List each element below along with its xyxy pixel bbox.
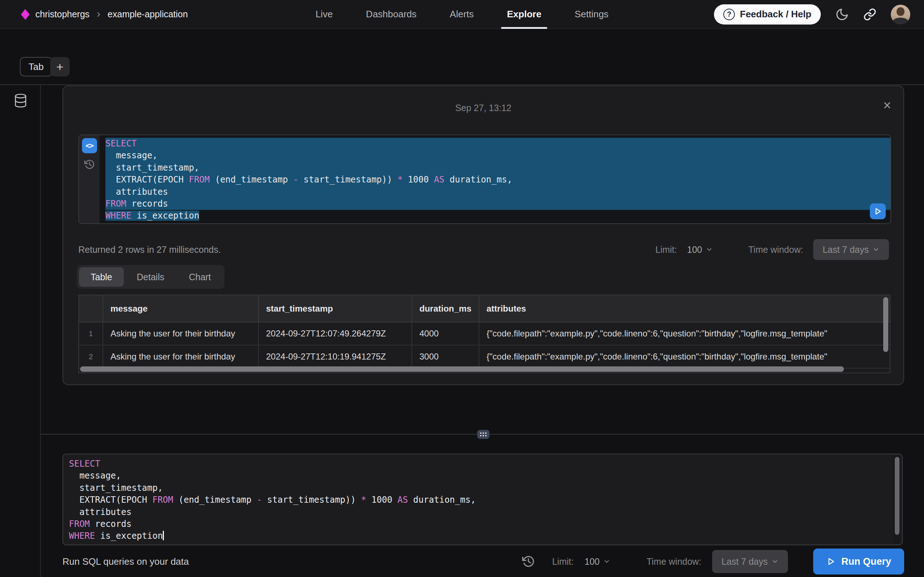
time-window-label: Time window: xyxy=(748,245,803,255)
chevron-down-icon xyxy=(603,558,611,565)
time-window-label: Time window: xyxy=(646,556,701,567)
share-link-button[interactable] xyxy=(863,8,876,21)
horizontal-scrollbar[interactable] xyxy=(80,366,844,372)
column-header-attributes: attributes xyxy=(479,295,890,322)
feedback-help-button[interactable]: ? Feedback / Help xyxy=(714,4,821,24)
editor-hint: Run SQL queries on your data xyxy=(63,556,189,567)
breadcrumb-chevron-icon: › xyxy=(97,8,100,21)
run-query-icon-button[interactable] xyxy=(870,203,886,219)
cell-attributes: {"code.filepath":"example.py","code.line… xyxy=(479,345,890,368)
breadcrumb-project[interactable]: example-application xyxy=(108,9,188,19)
sql-editor[interactable]: SELECT message, start_timestamp, EXTRACT… xyxy=(63,454,903,545)
nav-item-dashboards[interactable]: Dashboards xyxy=(366,0,417,29)
sql-editor-text[interactable]: SELECT message, start_timestamp, EXTRACT… xyxy=(69,458,888,542)
table-row[interactable]: 1 Asking the user for their birthday 202… xyxy=(79,322,890,345)
sql-line: FROM records xyxy=(69,518,888,530)
view-switcher: Table Details Chart xyxy=(77,265,225,289)
nav-item-live[interactable]: Live xyxy=(315,0,333,29)
feedback-help-label: Feedback / Help xyxy=(740,9,811,20)
play-icon xyxy=(826,557,835,566)
sql-line: SELECT xyxy=(69,458,888,470)
run-query-button[interactable]: Run Query xyxy=(813,548,904,574)
sql-line: EXTRACT(EPOCH FROM (end_timestamp - star… xyxy=(105,174,890,186)
limit-label: Limit: xyxy=(656,245,677,255)
row-number: 2 xyxy=(79,345,103,368)
query-controls: Limit: 100 Time window: Last 7 days xyxy=(656,239,889,260)
code-icon[interactable]: <> xyxy=(82,138,97,153)
schema-rail xyxy=(0,85,41,577)
cell-start-timestamp: 2024-09-27T12:10:19.941275Z xyxy=(258,345,412,368)
chevron-down-icon xyxy=(872,246,880,253)
table-header-row: message start_timestamp duration_ms attr… xyxy=(79,295,890,322)
add-tab-button[interactable]: + xyxy=(50,57,69,76)
row-number-header xyxy=(79,295,103,322)
sql-line: attributes xyxy=(69,506,888,518)
database-icon xyxy=(14,93,27,108)
database-schema-button[interactable] xyxy=(14,93,27,108)
result-status: Returned 2 rows in 27 milliseconds. xyxy=(78,245,221,255)
sql-line: start_timestamp, xyxy=(105,162,890,174)
query-result-card: Sep 27, 13:12 × <> SELECT message, start… xyxy=(63,85,904,385)
sql-line: message, xyxy=(105,150,890,161)
code-gutter: <> xyxy=(79,135,100,223)
top-nav: christophergs › example-application Live… xyxy=(0,0,924,29)
vertical-scrollbar[interactable] xyxy=(883,297,888,352)
sql-line: start_timestamp, xyxy=(69,482,888,494)
results-table: message start_timestamp duration_ms attr… xyxy=(78,295,890,373)
run-query-label: Run Query xyxy=(842,556,891,567)
nav-item-explore[interactable]: Explore xyxy=(507,0,541,29)
cell-message: Asking the user for their birthday xyxy=(103,345,258,368)
run-controls: Limit: 100 Time window: Last 7 days Run … xyxy=(522,548,904,574)
avatar[interactable] xyxy=(891,5,910,24)
executed-sql-text[interactable]: SELECT message, start_timestamp, EXTRACT… xyxy=(100,135,890,223)
link-icon xyxy=(863,8,876,21)
text-cursor xyxy=(163,531,164,540)
limit-label: Limit: xyxy=(552,556,574,567)
column-header-message: message xyxy=(103,295,258,322)
limit-value: 100 xyxy=(687,245,703,255)
limit-dropdown[interactable]: 100 xyxy=(584,556,611,567)
moon-icon xyxy=(835,8,849,21)
logfire-logo-icon xyxy=(21,9,30,20)
run-bar: Run SQL queries on your data Limit: 100 … xyxy=(63,548,904,575)
history-icon xyxy=(84,159,95,170)
tab-details[interactable]: Details xyxy=(125,267,176,287)
time-window-dropdown[interactable]: Last 7 days xyxy=(712,550,788,573)
tab-chart[interactable]: Chart xyxy=(177,267,222,287)
splitter-drag-handle[interactable] xyxy=(477,430,489,439)
cell-message: Asking the user for their birthday xyxy=(103,322,258,345)
result-status-row: Returned 2 rows in 27 milliseconds. Limi… xyxy=(78,239,889,260)
time-window-dropdown[interactable]: Last 7 days xyxy=(813,239,889,260)
query-history-button[interactable] xyxy=(522,555,535,568)
sql-line: EXTRACT(EPOCH FROM (end_timestamp - star… xyxy=(69,494,888,506)
time-window-value: Last 7 days xyxy=(722,556,768,567)
cell-start-timestamp: 2024-09-27T12:07:49.264279Z xyxy=(258,322,412,345)
sql-line: WHERE is_exception xyxy=(69,530,888,542)
breadcrumb: christophergs › example-application xyxy=(21,8,188,21)
question-circle-icon: ? xyxy=(723,9,735,20)
breadcrumb-org[interactable]: christophergs xyxy=(36,9,89,19)
history-icon xyxy=(522,555,535,568)
column-header-duration-ms: duration_ms xyxy=(412,295,479,322)
close-icon[interactable]: × xyxy=(883,98,891,112)
theme-toggle-button[interactable] xyxy=(835,8,849,21)
limit-dropdown[interactable]: 100 xyxy=(687,245,713,255)
nav-item-alerts[interactable]: Alerts xyxy=(450,0,473,29)
cell-attributes: {"code.filepath":"example.py","code.line… xyxy=(479,322,890,345)
table-row[interactable]: 2 Asking the user for their birthday 202… xyxy=(79,345,890,368)
chevron-down-icon xyxy=(771,558,779,565)
nav-item-settings[interactable]: Settings xyxy=(575,0,609,29)
query-tab[interactable]: Tab xyxy=(20,57,52,76)
sql-line: SELECT xyxy=(105,138,890,150)
editor-scrollbar-thumb[interactable] xyxy=(895,457,900,535)
column-header-start-timestamp: start_timestamp xyxy=(258,295,412,322)
limit-value: 100 xyxy=(584,556,599,567)
cell-duration-ms: 3000 xyxy=(412,345,479,368)
sql-line: FROM records xyxy=(105,198,890,210)
nav-actions: ? Feedback / Help xyxy=(714,4,910,24)
tab-table[interactable]: Table xyxy=(79,267,124,287)
sql-line: attributes xyxy=(105,186,890,198)
query-history-button[interactable] xyxy=(84,159,95,170)
main-nav: Live Dashboards Alerts Explore Settings xyxy=(315,0,609,29)
cell-duration-ms: 4000 xyxy=(412,322,479,345)
